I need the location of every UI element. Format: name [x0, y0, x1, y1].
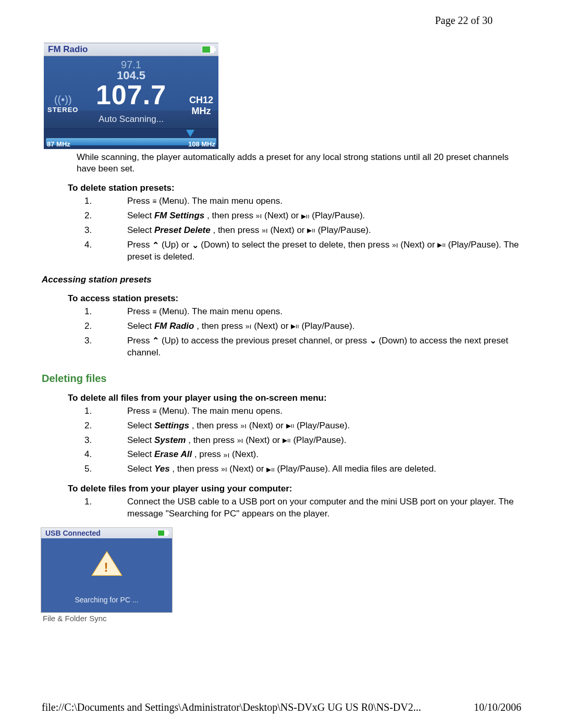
step-text: Press: [127, 336, 152, 346]
step-text: , press: [192, 449, 223, 459]
fm-radio-screenshot: FM Radio 97.1 104.5 ((•)) STEREO 107.7 C…: [44, 43, 218, 149]
next-icon: »ı: [256, 211, 262, 221]
delete-presets-list: 1.Press ≡ (Menu). The main menu opens. 2…: [84, 195, 521, 263]
menu-option: Erase All: [154, 449, 192, 459]
step-text: (Next) or: [243, 435, 283, 445]
access-presets-list: 1.Press ≡ (Menu). The main menu opens. 2…: [84, 306, 521, 359]
list-item: 1.Press ≡ (Menu). The main menu opens.: [84, 195, 521, 207]
footer-date: 10/10/2006: [474, 701, 521, 713]
step-text: (Play/Pause). All media files are delete…: [275, 464, 436, 474]
step-text: (Up) or: [159, 240, 191, 250]
step-text: Press: [127, 406, 152, 416]
scale-low-label: 87 MHz: [47, 140, 70, 148]
delete-computer-heading: To delete files from your player using y…: [68, 484, 521, 494]
freq-main: 107.7: [96, 79, 166, 110]
next-icon: »ı: [262, 226, 268, 236]
list-item: 5.Select Yes , then press »ı (Next) or ▶…: [84, 463, 521, 475]
accessing-presets-section: Accessing station presets: [42, 275, 521, 285]
deleting-files-section: Deleting files: [42, 373, 521, 385]
usb-title: USB Connected: [45, 529, 101, 537]
usb-header: USB Connected: [41, 528, 172, 538]
step-text: (Next) or: [268, 225, 308, 235]
delete-onscreen-list: 1.Press ≡ (Menu). The main menu opens. 2…: [84, 405, 521, 476]
play-pause-icon: ▶ıı: [283, 436, 291, 445]
step-text: (Next) or: [251, 321, 291, 331]
step-text: Select: [127, 225, 154, 235]
next-icon: »ı: [237, 436, 243, 446]
menu-option: FM Settings: [154, 211, 204, 220]
step-text: Select: [127, 464, 154, 474]
play-pause-icon: ▶ıı: [266, 465, 275, 474]
delete-onscreen-heading: To delete all files from your player usi…: [68, 393, 521, 403]
list-item: 3.Select Preset Delete , then press »ı (…: [84, 225, 521, 237]
step-text: (Down) to select the preset to delete, t…: [199, 240, 392, 250]
step-text: Select: [127, 421, 154, 430]
step-text: (Menu). The main menu opens.: [156, 196, 283, 206]
down-icon: [370, 335, 376, 347]
list-item: 3.Select System , then press »ı (Next) o…: [84, 435, 521, 447]
list-item: 4.Select Erase All , press »ı (Next).: [84, 449, 521, 461]
fm-scale: 87 MHz 108 MHz: [44, 128, 218, 149]
next-icon: »ı: [221, 464, 227, 474]
step-text: , then press: [186, 435, 237, 445]
next-icon: »ı: [224, 450, 230, 460]
step-text: Press: [127, 240, 152, 250]
fm-radio-body: 97.1 104.5 ((•)) STEREO 107.7 CH12 MHz A…: [44, 56, 218, 149]
step-text: (Play/Pause).: [294, 421, 350, 430]
step-text: (Menu). The main menu opens.: [156, 406, 283, 416]
list-item: 2.Select FM Radio , then press »ı (Next)…: [84, 320, 521, 332]
step-text: Select: [127, 435, 154, 445]
scale-marker-icon: [186, 130, 194, 137]
step-text: (Play/Pause).: [299, 321, 355, 331]
step-text: (Next) or: [227, 464, 267, 474]
step-text: Press: [127, 306, 152, 316]
up-icon: [152, 240, 159, 251]
usb-message: Searching for PC ...: [41, 596, 172, 604]
next-icon: »ı: [246, 322, 252, 331]
usb-body: Searching for PC ...: [41, 538, 172, 612]
up-icon: [152, 335, 159, 347]
delete-presets-heading: To delete station presets:: [68, 183, 521, 193]
list-item: 4.Press (Up) or (Down) to select the pre…: [84, 239, 521, 263]
footer-path: file://C:\Documents and Settings\Adminis…: [42, 701, 421, 713]
step-text: , then press: [211, 225, 262, 235]
step-text: (Menu). The main menu opens.: [156, 306, 283, 316]
scale-high-label: 108 MHz: [188, 140, 215, 148]
battery-icon: [202, 46, 214, 53]
step-text: (Play/Pause).: [291, 435, 347, 445]
step-text: (Next) or: [398, 240, 438, 250]
fm-radio-header: FM Radio: [44, 43, 218, 56]
play-pause-icon: ▶ıı: [307, 226, 315, 235]
step-text: Select: [127, 321, 154, 331]
step-text: , then press: [204, 211, 255, 220]
antenna-icon: ((•)): [47, 94, 78, 106]
step-text: Select: [127, 449, 154, 459]
stereo-label: STEREO: [47, 106, 78, 114]
down-icon: [192, 240, 199, 251]
menu-option: System: [154, 435, 186, 445]
menu-option: Preset Delete: [154, 225, 211, 235]
freq-prev-2: 97.1: [44, 59, 218, 70]
step-text: (Up) to access the previous preset chann…: [159, 336, 369, 346]
warning-icon: [91, 551, 123, 576]
step-text: Select: [127, 211, 154, 220]
list-item: 1.Press ≡ (Menu). The main menu opens.: [84, 306, 521, 318]
usb-connected-screenshot: USB Connected Searching for PC ...: [41, 527, 173, 613]
fm-radio-title: FM Radio: [48, 44, 88, 55]
step-text: (Next) or: [262, 211, 301, 220]
usb-caption: File & Folder Sync: [43, 614, 521, 623]
page-number: Page 22 of 30: [435, 15, 493, 27]
page-footer: file://C:\Documents and Settings\Adminis…: [42, 701, 521, 713]
step-text: , then press: [194, 321, 245, 331]
step-text: (Play/Pause).: [315, 225, 371, 235]
step-text: Press: [127, 196, 152, 206]
scan-note: While scanning, the player automatically…: [77, 152, 513, 175]
battery-icon: [157, 530, 168, 536]
step-text: , then press: [170, 464, 221, 474]
play-pause-icon: ▶ıı: [286, 422, 295, 430]
menu-option: Yes: [154, 464, 170, 474]
menu-option: Settings: [154, 421, 189, 430]
stereo-indicator: ((•)) STEREO: [47, 94, 78, 114]
step-text: , then press: [189, 421, 240, 430]
step-text: (Next).: [229, 449, 259, 459]
